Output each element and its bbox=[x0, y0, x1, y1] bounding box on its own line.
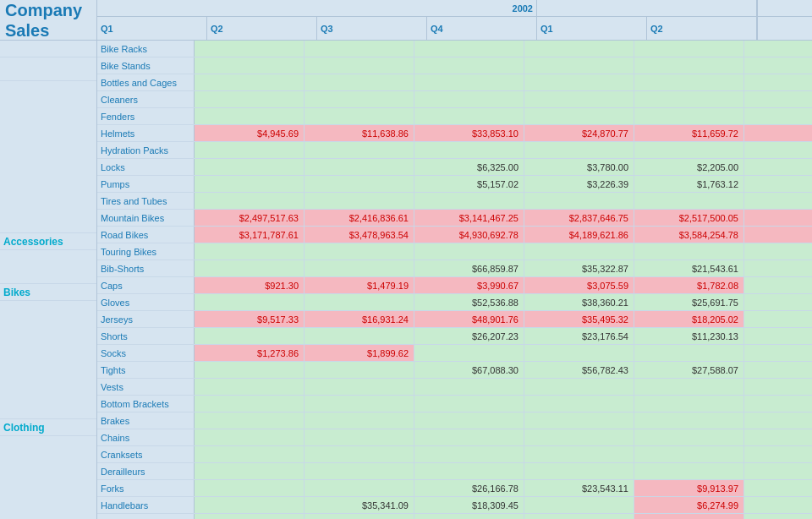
data-cell bbox=[524, 497, 634, 513]
row-label: Bib-Shorts bbox=[97, 260, 195, 276]
data-cell bbox=[744, 260, 812, 276]
data-cell bbox=[744, 142, 812, 158]
row-label: Brakes bbox=[97, 412, 195, 429]
table-row: Chains bbox=[97, 429, 812, 446]
data-cell bbox=[524, 108, 634, 124]
table-row: Bib-Shorts$66,859.87$35,322.87$21,543.61 bbox=[97, 260, 812, 277]
data-cell bbox=[304, 446, 414, 462]
data-rows: Bike RacksBike StandsBottles and CagesCl… bbox=[97, 41, 812, 519]
data-cell bbox=[304, 463, 414, 479]
data-cell: $1,479.19 bbox=[304, 277, 414, 293]
data-cell bbox=[744, 74, 812, 90]
data-cell bbox=[195, 362, 304, 378]
data-cell bbox=[744, 41, 812, 57]
data-cell bbox=[744, 328, 812, 344]
data-cell bbox=[195, 108, 304, 124]
data-cell bbox=[304, 362, 414, 378]
category-label bbox=[0, 301, 96, 419]
row-label: Touring Bikes bbox=[97, 243, 195, 260]
data-cell: $38,360.21 bbox=[524, 294, 634, 310]
data-cell bbox=[195, 176, 304, 192]
data-cell: $9,517.33 bbox=[195, 311, 304, 327]
row-label: Caps bbox=[97, 277, 195, 293]
table-row: Bottom Brackets bbox=[97, 396, 812, 412]
data-cell bbox=[195, 243, 304, 260]
data-cell bbox=[195, 463, 304, 479]
data-cell bbox=[195, 412, 304, 429]
data-cell bbox=[524, 41, 634, 57]
main-area[interactable]: 2002 Q1 Q2 Q3 Q4 Q1 Q2 Bike RacksBike St… bbox=[97, 0, 812, 519]
category-rows: AccessoriesBikesClothing bbox=[0, 41, 96, 519]
data-cell bbox=[304, 108, 414, 124]
row-label: Derailleurs bbox=[97, 463, 195, 479]
data-cell bbox=[304, 480, 414, 496]
data-cell bbox=[304, 176, 414, 192]
data-cell: $33,853.10 bbox=[414, 125, 524, 141]
data-cell: $6,274.99 bbox=[634, 497, 744, 513]
data-cell: $11,230.13 bbox=[634, 328, 744, 344]
data-cell bbox=[634, 345, 744, 361]
data-cell: $2,517,500.05 bbox=[634, 210, 744, 226]
data-cell: $3,584,254.78 bbox=[634, 227, 744, 243]
row-label: Fenders bbox=[97, 108, 195, 124]
data-cell: $6,325.00 bbox=[414, 159, 524, 175]
category-label bbox=[0, 250, 96, 284]
quarter-header-row: Q1 Q2 Q3 Q4 Q1 Q2 bbox=[97, 17, 812, 41]
data-cell: $26,207.23 bbox=[414, 328, 524, 344]
data-cell bbox=[524, 243, 634, 260]
data-cell: $11,659.72 bbox=[634, 125, 744, 141]
data-cell bbox=[304, 514, 414, 519]
data-cell bbox=[304, 379, 414, 395]
data-cell bbox=[634, 446, 744, 462]
quarter-q2-next: Q2 bbox=[647, 17, 757, 40]
table-row: Bike Stands bbox=[97, 57, 812, 74]
data-cell bbox=[634, 91, 744, 107]
table-row: Caps$921.30$1,479.19$3,990.67$3,075.59$1… bbox=[97, 277, 812, 294]
data-cell bbox=[304, 142, 414, 158]
data-cell bbox=[414, 412, 524, 429]
category-label: Accessories bbox=[0, 233, 96, 250]
data-cell: $21,543.61 bbox=[634, 260, 744, 276]
table-row: Handlebars$35,341.09$18,309.45$6,274.99 bbox=[97, 497, 812, 514]
data-cell: $3,990.67 bbox=[414, 277, 524, 293]
quarter-q1-2002: Q1 bbox=[97, 17, 207, 40]
row-label: Handlebars bbox=[97, 497, 195, 513]
data-cell bbox=[744, 480, 812, 496]
data-cell bbox=[304, 74, 414, 90]
data-cell bbox=[524, 74, 634, 90]
table-row: Headsets$19,701.90$16,382.08$10,848.64 bbox=[97, 514, 812, 519]
data-cell: $1,763.12 bbox=[634, 176, 744, 192]
data-cell bbox=[744, 57, 812, 74]
table-row: Tires and Tubes bbox=[97, 193, 812, 210]
data-cell bbox=[414, 57, 524, 74]
table-row: Forks$26,166.78$23,543.11$9,913.97 bbox=[97, 480, 812, 497]
data-cell bbox=[414, 91, 524, 107]
data-cell bbox=[634, 243, 744, 260]
data-cell bbox=[524, 446, 634, 462]
data-cell bbox=[634, 193, 744, 209]
data-cell: $56,782.43 bbox=[524, 362, 634, 378]
data-cell bbox=[744, 362, 812, 378]
data-cell bbox=[195, 57, 304, 74]
data-cell: $23,543.11 bbox=[524, 480, 634, 496]
table-row: Gloves$52,536.88$38,360.21$25,691.75 bbox=[97, 294, 812, 311]
data-cell: $35,341.09 bbox=[304, 497, 414, 513]
data-cell bbox=[304, 159, 414, 175]
data-cell: $16,931.24 bbox=[304, 311, 414, 327]
row-label: Headsets bbox=[97, 514, 195, 519]
data-cell bbox=[634, 463, 744, 479]
data-cell bbox=[524, 345, 634, 361]
table-row: Bottles and Cages bbox=[97, 74, 812, 91]
data-cell bbox=[744, 345, 812, 361]
data-cell bbox=[744, 311, 812, 327]
quarter-q4-2002: Q4 bbox=[427, 17, 537, 40]
data-cell bbox=[414, 463, 524, 479]
data-cell bbox=[634, 142, 744, 158]
data-cell: $2,205.00 bbox=[634, 159, 744, 175]
table-row: Brakes bbox=[97, 412, 812, 429]
data-cell: $52,536.88 bbox=[414, 294, 524, 310]
data-cell bbox=[414, 142, 524, 158]
data-cell: $2,416,836.61 bbox=[304, 210, 414, 226]
data-cell bbox=[195, 480, 304, 496]
data-cell: $1,273.86 bbox=[195, 345, 304, 361]
